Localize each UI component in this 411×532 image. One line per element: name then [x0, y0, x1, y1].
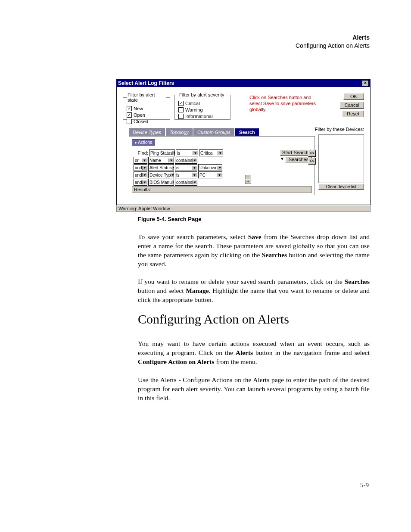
- value-select[interactable]: Critical▼: [199, 149, 223, 156]
- ok-button[interactable]: OK: [343, 93, 364, 100]
- applet-warning: Warning: Applet Window: [116, 205, 371, 212]
- sev-row-warning[interactable]: Warning: [178, 107, 227, 113]
- row-add-remove: − +: [245, 175, 251, 184]
- reset-button[interactable]: Reset: [342, 110, 364, 117]
- header-subtitle: Configuring Action on Alerts: [296, 42, 370, 50]
- criteria-row: and▼ Device Typ▼ is▼ PC▼: [134, 171, 263, 178]
- running-header: Alerts Configuring Action on Alerts: [296, 34, 370, 50]
- start-search-button[interactable]: Start Search: [280, 149, 311, 156]
- dialog-buttons: OK Cancel Reset: [340, 93, 364, 117]
- paragraph: Use the Alerts - Configure Actions on th…: [138, 376, 370, 403]
- conn-select[interactable]: or▼: [134, 157, 147, 164]
- dialog-body: Filter by alert state New Open Closed Fi…: [116, 87, 371, 205]
- op-select[interactable]: contains▼: [175, 157, 197, 164]
- paragraph: If you want to rename or delete your sav…: [138, 277, 370, 305]
- chevron-down-icon: ▼: [142, 180, 147, 184]
- value-select[interactable]: PC▼: [198, 171, 222, 178]
- tab-custom-groups[interactable]: Custom Groups: [193, 128, 234, 136]
- sev-row-critical[interactable]: Critical: [178, 100, 227, 106]
- sev-label: Warning: [185, 107, 203, 113]
- chevron-down-icon: ▼: [192, 166, 197, 170]
- chevron-down-icon: ▼: [193, 151, 198, 155]
- results-bar: Results:: [132, 186, 312, 193]
- move-right-button[interactable]: >>: [308, 150, 316, 157]
- filter-by-devices-label: Filter by these Devices:: [315, 127, 364, 132]
- filter-severity-group: Filter by alert severity Critical Warnin…: [174, 92, 230, 120]
- clear-device-list-button[interactable]: Clear device list: [318, 184, 364, 190]
- tab-topology[interactable]: Topology: [166, 128, 193, 136]
- tab-search[interactable]: Search: [235, 128, 259, 136]
- move-left-button[interactable]: <<: [308, 158, 316, 165]
- remove-row-button[interactable]: −: [245, 175, 251, 179]
- tab-device-types[interactable]: Device Types: [129, 128, 165, 136]
- state-row-closed[interactable]: Closed: [127, 118, 166, 124]
- dialog-title: Select Alert Log Filters: [118, 80, 174, 86]
- checkbox-icon[interactable]: [178, 101, 184, 106]
- chevron-down-icon: ▼: [218, 166, 222, 170]
- chevron-down-icon: ▼: [172, 166, 174, 170]
- field-select[interactable]: BIOS Manu▼: [148, 179, 174, 186]
- find-label: Find:: [134, 150, 148, 156]
- search-actions: Start Search ▼ Searches: [280, 149, 312, 162]
- state-label: Open: [134, 112, 145, 118]
- sev-label: Informational: [185, 113, 213, 119]
- dialog-titlebar: Select Alert Log Filters ×: [116, 79, 371, 87]
- paragraph: To save your search parameters, select S…: [138, 233, 370, 269]
- move-buttons: >> <<: [308, 150, 316, 165]
- state-label: Closed: [134, 118, 148, 124]
- section-heading-row: Configuring Action on Alerts: [138, 312, 370, 327]
- state-row-open[interactable]: Open: [127, 112, 166, 118]
- chevron-down-icon: ▼: [142, 166, 147, 170]
- checkbox-icon[interactable]: [127, 119, 132, 124]
- chevron-down-icon: ▼: [192, 180, 197, 184]
- sev-label: Critical: [185, 100, 200, 106]
- filter-state-legend: Filter by alert state: [127, 92, 166, 103]
- criteria-row: Find: Ping Status▼ is▼ Critical▼: [134, 149, 263, 156]
- field-select[interactable]: Device Typ▼: [148, 171, 174, 178]
- value-select[interactable]: Unknown▼: [198, 164, 222, 171]
- field-select[interactable]: Name▼: [148, 157, 174, 164]
- add-row-button[interactable]: +: [245, 180, 251, 184]
- device-panel: Clear device list: [318, 134, 364, 190]
- criteria-row: and▼ Alert Status▼ is▼ Unknown▼: [134, 164, 263, 171]
- conn-select[interactable]: and▼: [134, 179, 147, 186]
- op-select[interactable]: is▼: [175, 164, 197, 171]
- actions-menu[interactable]: ▸ Actions: [132, 139, 155, 146]
- chevron-down-icon: ▼: [217, 173, 222, 177]
- header-title: Alerts: [296, 34, 370, 42]
- checkbox-icon[interactable]: [127, 112, 132, 118]
- chevron-down-icon: ▼: [192, 159, 197, 162]
- criteria-rows: Find: Ping Status▼ is▼ Critical▼ or▼ Nam…: [134, 149, 263, 186]
- callout-hint: Click on Searches button and select Save…: [249, 95, 323, 112]
- section-heading: Configuring Action on Alerts: [138, 312, 370, 327]
- filter-state-group: Filter by alert state New Open Closed: [123, 92, 170, 120]
- device-list[interactable]: [318, 134, 364, 183]
- state-label: New: [134, 106, 143, 112]
- chevron-down-icon: ▼: [172, 180, 174, 184]
- figure-caption-row: Figure 5-4. Search Page: [138, 216, 370, 222]
- checkbox-icon[interactable]: [178, 114, 184, 119]
- checkbox-icon[interactable]: [178, 107, 184, 112]
- field-select[interactable]: Alert Status▼: [148, 164, 174, 171]
- op-select[interactable]: is▼: [175, 171, 197, 178]
- cancel-button[interactable]: Cancel: [340, 102, 364, 109]
- chevron-down-icon: ▼: [218, 151, 223, 155]
- chevron-down-icon: ▼: [142, 159, 147, 162]
- dialog-figure: Select Alert Log Filters × Filter by ale…: [116, 79, 371, 212]
- field-select[interactable]: Ping Status▼: [149, 149, 175, 156]
- close-icon[interactable]: ×: [362, 80, 369, 86]
- state-row-new[interactable]: New: [127, 106, 166, 112]
- conn-select[interactable]: and▼: [134, 164, 147, 171]
- filter-severity-legend: Filter by alert severity: [178, 92, 225, 97]
- tab-body: ▸ Actions Find: Ping Status▼ is▼ Critica…: [129, 136, 315, 195]
- checkbox-icon[interactable]: [127, 106, 132, 111]
- op-select[interactable]: is▼: [176, 149, 198, 156]
- chevron-down-icon: ▼: [171, 173, 174, 177]
- criteria-row: or▼ Name▼ contains▼: [134, 157, 263, 164]
- conn-select[interactable]: and▼: [134, 171, 147, 178]
- figure-caption: Figure 5-4. Search Page: [138, 216, 370, 222]
- tabstrip: Device Types Topology Custom Groups Sear…: [129, 128, 259, 136]
- op-select[interactable]: contains▼: [175, 179, 197, 186]
- chevron-down-icon: ▼: [192, 173, 197, 177]
- sev-row-informational[interactable]: Informational: [178, 113, 227, 119]
